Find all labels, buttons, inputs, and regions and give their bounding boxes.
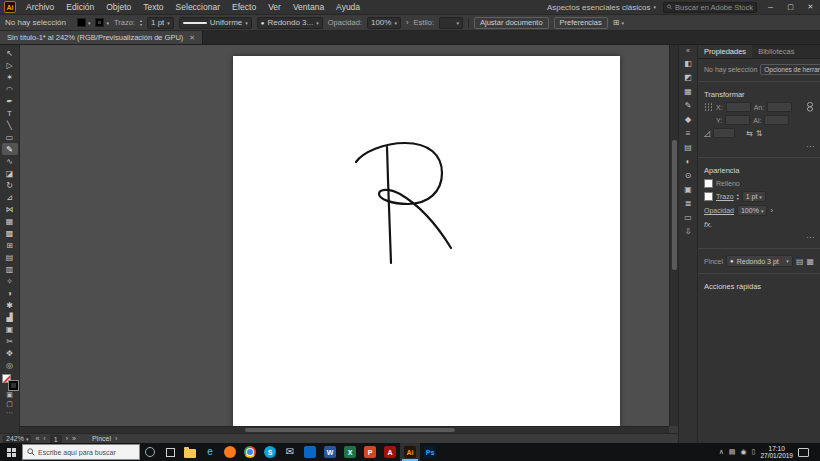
stroke-link[interactable]: Trazo [716,193,734,200]
slice-tool-icon[interactable]: ✂ [2,335,18,347]
artboard[interactable] [233,56,620,426]
stroke-color-picker[interactable]: ▾ [95,18,109,27]
vertical-scrollbar-thumb[interactable] [672,140,677,270]
free-transform-tool-icon[interactable]: ▦ [2,215,18,227]
brush-libraries-icon[interactable]: ▤ [796,257,804,266]
horizontal-scrollbar[interactable] [20,426,669,433]
task-view-button[interactable] [160,443,180,461]
gradient-panel-icon[interactable]: ▤ [681,140,696,154]
menu-item[interactable]: Objeto [100,0,137,15]
pen-tool-icon[interactable]: ✒ [2,95,18,107]
taskbar-app-powerpoint[interactable]: P [360,443,380,461]
taskbar-app-store[interactable] [300,443,320,461]
direct-selection-tool-icon[interactable]: ▷ [2,59,18,71]
stroke-weight-stepper[interactable]: ▴ ▾ [737,193,739,201]
symbol-sprayer-tool-icon[interactable]: ✱ [2,299,18,311]
column-graph-tool-icon[interactable]: ▟ [2,311,18,323]
first-artboard-button[interactable]: « [35,435,39,442]
taskbar-app-photoshop[interactable]: Ps [420,443,440,461]
opacity-panel-chevron-icon[interactable]: › [770,206,773,215]
action-center-button[interactable] [798,448,809,457]
color-guide-panel-icon[interactable]: ◩ [681,70,696,84]
blend-tool-icon[interactable]: ◑ [2,287,18,299]
x-field[interactable] [726,102,751,112]
fill-color-picker[interactable]: ▾ [77,18,91,27]
stroke-color-well[interactable] [9,381,18,390]
gradient-tool-icon[interactable]: ▥ [2,263,18,275]
eraser-tool-icon[interactable]: ◪ [2,167,18,179]
lasso-tool-icon[interactable]: ◠ [2,83,18,95]
taskbar-app-firefox[interactable] [220,443,240,461]
tray-volume-icon[interactable]: ◉ [740,448,746,456]
graphic-styles-panel-icon[interactable]: ▣ [681,182,696,196]
stroke-weight-stepper[interactable]: ▴ ▾ [140,19,142,27]
taskbar-app-word[interactable]: W [320,443,340,461]
taskbar-search-input[interactable]: Escribe aquí para buscar [22,444,140,460]
tool-options-button[interactable]: Opciones de herramienta [760,64,820,75]
edit-toolbar-icon[interactable]: ⋯ [2,408,18,417]
width-profile-select[interactable]: Uniforme ▾ [179,17,252,29]
brush-definition-select[interactable]: ● Redondo 3 pt ▾ [726,255,793,267]
menu-item[interactable]: Texto [137,0,169,15]
hand-tool-icon[interactable]: ✥ [2,347,18,359]
previous-artboard-button[interactable]: ‹ [43,435,45,442]
y-field[interactable] [725,115,750,125]
tray-chevron-up-icon[interactable]: ∧ [719,448,724,456]
next-artboard-button[interactable]: › [66,435,68,442]
fit-document-button[interactable]: Ajustar documento [474,17,549,29]
opacity-select[interactable]: 100% ▾ [737,205,767,216]
selection-tool-icon[interactable]: ↖ [2,47,18,59]
magic-wand-tool-icon[interactable]: ✶ [2,71,18,83]
asset-export-panel-icon[interactable]: ⇩ [681,224,696,238]
zoom-tool-icon[interactable]: ◎ [2,359,18,371]
screen-mode-icon[interactable]: ▢ [2,399,18,408]
zoom-level-select[interactable]: 242% ▾ [3,435,31,443]
taskbar-app-file-explorer[interactable] [180,443,200,461]
close-icon[interactable]: ✕ [189,34,195,42]
close-button[interactable]: ✕ [804,3,817,11]
menu-item[interactable]: Ventana [287,0,330,15]
taskbar-app-mail[interactable]: ✉ [280,443,300,461]
fill-swatch-icon[interactable] [704,179,713,188]
taskbar-app-acrobat[interactable]: A [380,443,400,461]
swatches-panel-icon[interactable]: ▦ [681,84,696,98]
brushes-panel-icon[interactable]: ✎ [681,98,696,112]
stroke-panel-icon[interactable]: ≡ [681,126,696,140]
menu-item[interactable]: Archivo [20,0,60,15]
paintbrush-tool-icon[interactable]: ✎ [2,143,18,155]
fill-stroke-control[interactable] [2,374,18,390]
menu-item[interactable]: Efecto [226,0,262,15]
preferences-button[interactable]: Preferencias [554,17,608,29]
expand-panels-icon[interactable]: « [686,46,690,56]
flip-vertical-icon[interactable]: ⇅ [756,129,763,138]
arrange-documents-icon[interactable]: ⊞ ▾ [613,18,624,27]
stroke-weight-select[interactable]: 1 pt ▾ [147,17,174,29]
taskbar-app-edge[interactable]: e [200,443,220,461]
minimize-button[interactable]: ─ [764,4,777,11]
status-expand-icon[interactable]: › [115,435,117,442]
menu-item[interactable]: Ayuda [330,0,366,15]
last-artboard-button[interactable]: » [72,435,76,442]
rectangle-tool-icon[interactable]: ▭ [2,131,18,143]
shape-builder-tool-icon[interactable]: ▩ [2,227,18,239]
artboard-number-field[interactable]: 1 [50,435,62,443]
symbols-panel-icon[interactable]: ◆ [681,112,696,126]
restore-button[interactable]: ▢ [784,3,797,11]
rotate-tool-icon[interactable]: ↻ [2,179,18,191]
eyedropper-tool-icon[interactable]: ✧ [2,275,18,287]
layers-panel-icon[interactable]: ≣ [681,196,696,210]
opacity-link[interactable]: Opacidad [704,207,734,214]
flip-horizontal-icon[interactable]: ⇆ [746,129,753,138]
cortana-button[interactable] [140,443,160,461]
tray-network-icon[interactable]: ▤ [729,448,736,456]
adobe-stock-search-input[interactable]: Buscar en Adobe Stock [663,2,757,13]
mesh-tool-icon[interactable]: ▤ [2,251,18,263]
horizontal-scrollbar-thumb[interactable] [245,428,455,432]
stroke-swatch-icon[interactable] [704,192,713,201]
canvas-pasteboard[interactable] [20,45,669,426]
vertical-scrollbar[interactable] [669,45,678,426]
start-button[interactable] [0,443,22,461]
artboards-panel-icon[interactable]: ▭ [681,210,696,224]
width-tool-icon[interactable]: ⋈ [2,203,18,215]
transparency-panel-icon[interactable]: ◐ [681,154,696,168]
